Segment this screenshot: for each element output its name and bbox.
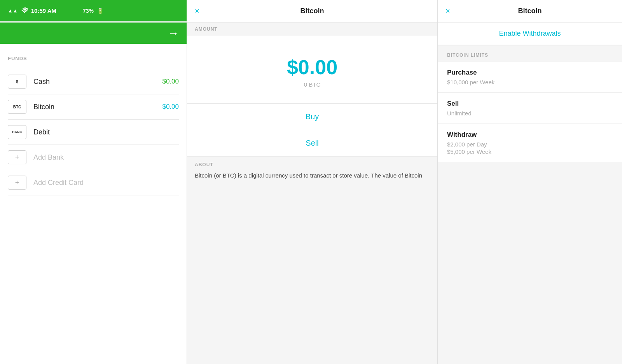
sell-limit: Sell Unlimited [438, 93, 622, 124]
bank-icon: BANK [8, 125, 26, 139]
limits-content: Purchase $10,000 per Week Sell Unlimited… [438, 62, 622, 162]
withdraw-limit: Withdraw $2,000 per Day $5,000 per Week [438, 124, 622, 162]
add-bank-label: Add Bank [33, 153, 64, 162]
add-credit-card-item[interactable]: + Add Credit Card [8, 170, 179, 195]
green-header: → [0, 23, 187, 44]
limits-label: BITCOIN LIMITS [438, 45, 622, 62]
withdraw-limit-value-day: $2,000 per Day [447, 141, 613, 148]
sell-limit-value: Unlimited [447, 110, 613, 117]
withdraw-limit-name: Withdraw [447, 131, 613, 139]
debit-label: Debit [33, 128, 179, 136]
add-bank-item[interactable]: + Add Bank [8, 145, 179, 170]
purchase-limit: Purchase $10,000 per Week [438, 62, 622, 93]
balance-section: $0.00 0 BTC [187, 36, 437, 104]
bitcoin-amount: $0.00 [162, 103, 179, 111]
cash-amount: $0.00 [162, 78, 179, 85]
middle-panel: AMOUNT $0.00 0 BTC Buy Sell ABOUT Bitcoi… [187, 23, 437, 364]
right-close-button[interactable]: × [446, 7, 450, 16]
right-panel: Enable Withdrawals BITCOIN LIMITS Purcha… [437, 23, 622, 364]
status-bar: ▲▲ 10:59 AM 73% 🔋 [0, 0, 187, 21]
amount-label: AMOUNT [187, 23, 437, 36]
wifi-icon [21, 7, 28, 14]
about-label: ABOUT [187, 157, 437, 171]
list-item[interactable]: BTC Bitcoin $0.00 [8, 94, 179, 120]
sell-button[interactable]: Sell [187, 130, 437, 157]
middle-panel-header: × Bitcoin [187, 0, 437, 23]
middle-panel-title: Bitcoin [301, 7, 324, 15]
add-bank-icon: + [8, 150, 26, 164]
battery-display: 73% [83, 8, 94, 14]
funds-section: FUNDS $ Cash $0.00 BTC Bitcoin $0.00 BAN… [0, 44, 187, 199]
time-display: 10:59 AM [31, 7, 56, 14]
middle-close-button[interactable]: × [195, 7, 199, 16]
right-panel-header: × Bitcoin [438, 0, 622, 23]
list-item[interactable]: $ Cash $0.00 [8, 69, 179, 94]
right-panel-title: Bitcoin [518, 7, 542, 15]
btc-icon: BTC [8, 100, 26, 114]
cash-label: Cash [33, 78, 162, 86]
balance-usd: $0.00 [287, 56, 337, 79]
withdraw-limit-value-week: $5,000 per Week [447, 148, 613, 155]
add-credit-label: Add Credit Card [33, 179, 84, 187]
purchase-limit-value: $10,000 per Week [447, 79, 613, 85]
sell-limit-name: Sell [447, 100, 613, 108]
about-section: ABOUT Bitcoin (or BTC) is a digital curr… [187, 157, 437, 364]
bitcoin-label: Bitcoin [33, 103, 162, 111]
battery-icon: 🔋 [97, 8, 103, 14]
cash-icon: $ [8, 75, 26, 89]
balance-btc: 0 BTC [304, 81, 321, 88]
forward-arrow-button[interactable]: → [168, 27, 179, 40]
buy-button[interactable]: Buy [187, 104, 437, 130]
add-credit-icon: + [8, 176, 26, 190]
list-item[interactable]: BANK Debit [8, 120, 179, 145]
purchase-limit-name: Purchase [447, 69, 613, 77]
left-panel: → FUNDS $ Cash $0.00 BTC Bitcoin $0.00 [0, 23, 187, 364]
funds-label: FUNDS [8, 56, 179, 61]
about-text: Bitcoin (or BTC) is a digital currency u… [187, 171, 437, 188]
enable-withdrawals-button[interactable]: Enable Withdrawals [438, 23, 622, 45]
limits-section: BITCOIN LIMITS Purchase $10,000 per Week… [438, 45, 622, 364]
signal-icon: ▲▲ [8, 8, 18, 14]
